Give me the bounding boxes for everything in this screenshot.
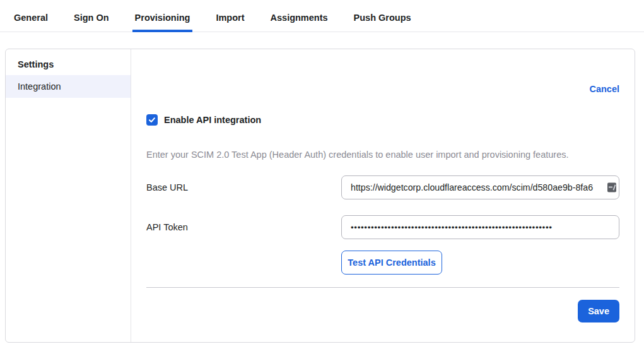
cancel-row: Cancel: [146, 83, 619, 95]
api-token-row: API Token: [146, 215, 619, 239]
save-row: Save: [146, 300, 619, 322]
app-tabbar: General Sign On Provisioning Import Assi…: [0, 0, 644, 32]
checkmark-icon: [148, 116, 156, 124]
base-url-input[interactable]: [342, 176, 619, 199]
cancel-link[interactable]: Cancel: [589, 84, 619, 94]
base-url-row: Base URL: [146, 175, 619, 199]
api-token-input[interactable]: [342, 216, 619, 239]
provisioning-panel: Settings Integration Cancel Enable API i…: [5, 49, 635, 343]
tab-sign-on[interactable]: Sign On: [71, 8, 112, 32]
tab-import[interactable]: Import: [213, 8, 247, 32]
credentials-description: Enter your SCIM 2.0 Test App (Header Aut…: [146, 150, 619, 160]
save-button[interactable]: Save: [578, 300, 619, 322]
tab-provisioning[interactable]: Provisioning: [132, 8, 193, 32]
sidebar-heading: Settings: [6, 53, 131, 75]
test-api-credentials-button[interactable]: Test API Credentials: [341, 251, 442, 275]
text-selection-block-icon: [607, 183, 616, 192]
sidebar-item-integration[interactable]: Integration: [6, 75, 131, 98]
enable-api-checkbox[interactable]: [146, 114, 158, 126]
test-credentials-row: Test API Credentials: [146, 251, 619, 275]
integration-form: Cancel Enable API integration Enter your…: [131, 49, 635, 342]
form-divider: [146, 287, 619, 288]
api-token-label: API Token: [146, 222, 188, 232]
base-url-label: Base URL: [146, 182, 188, 192]
enable-api-row: Enable API integration: [146, 114, 619, 126]
tab-push-groups[interactable]: Push Groups: [351, 8, 414, 32]
tab-assignments[interactable]: Assignments: [268, 8, 331, 32]
settings-sidebar: Settings Integration: [6, 49, 131, 342]
base-url-input-box: [341, 175, 619, 199]
enable-api-label: Enable API integration: [164, 115, 261, 125]
api-token-input-box: [341, 215, 619, 239]
tab-general[interactable]: General: [11, 8, 50, 32]
